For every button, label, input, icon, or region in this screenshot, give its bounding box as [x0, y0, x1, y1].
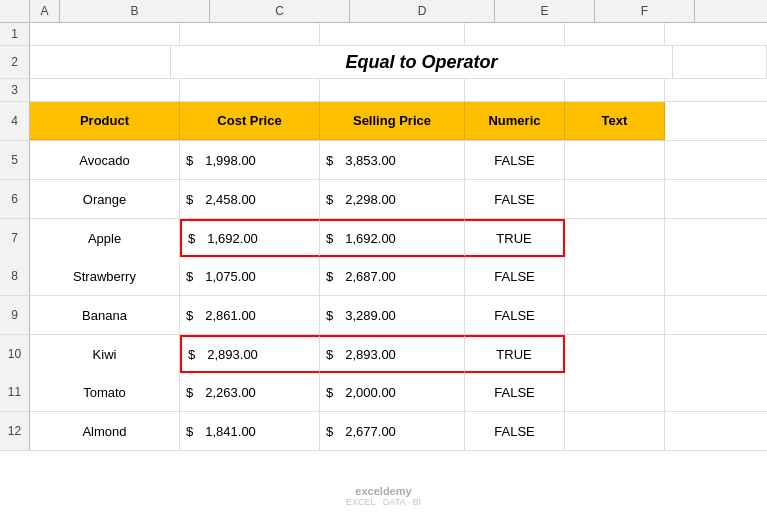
- cell-5-cost: $ 1,998.00: [180, 141, 320, 179]
- cell-7-sell: $ 1,692.00: [320, 219, 465, 257]
- watermark-sub: EXCEL · DATA · BI: [346, 497, 421, 507]
- cell-10-cost: $ 2,893.00: [180, 335, 320, 373]
- cell-10-product: Kiwi: [30, 335, 180, 373]
- watermark: exceldemy EXCEL · DATA · BI: [346, 485, 421, 507]
- cell-6-numeric: FALSE: [465, 180, 565, 218]
- cell-9-product: Banana: [30, 296, 180, 334]
- col-header-c: C: [210, 0, 350, 22]
- col-header-b: B: [60, 0, 210, 22]
- cell-5-product: Avocado: [30, 141, 180, 179]
- row-2-title: 2 Equal to Operator: [0, 46, 767, 79]
- cell-3b: [30, 79, 180, 101]
- cell-1f: [565, 23, 665, 45]
- sell-val-9: 3,289.00: [345, 308, 396, 323]
- data-rows: 5 Avocado $ 1,998.00 $ 3,853.00 FALSE 6 …: [0, 141, 767, 451]
- cost-dollar-12: $: [186, 424, 193, 439]
- cost-val-5: 1,998.00: [205, 153, 256, 168]
- cost-dollar-8: $: [186, 269, 193, 284]
- cost-val-11: 2,263.00: [205, 385, 256, 400]
- sell-val-6: 2,298.00: [345, 192, 396, 207]
- row-9: 9 Banana $ 2,861.00 $ 3,289.00 FALSE: [0, 296, 767, 335]
- cell-12-sell: $ 2,677.00: [320, 412, 465, 450]
- cell-12-numeric: FALSE: [465, 412, 565, 450]
- cell-1b: [30, 23, 180, 45]
- cost-val-6: 2,458.00: [205, 192, 256, 207]
- cost-dollar-11: $: [186, 385, 193, 400]
- cell-9-numeric: FALSE: [465, 296, 565, 334]
- cell-11-sell: $ 2,000.00: [320, 373, 465, 411]
- rownum-12: 12: [0, 412, 30, 450]
- cell-9-text: [565, 296, 665, 334]
- row-8: 8 Strawberry $ 1,075.00 $ 2,687.00 FALSE: [0, 257, 767, 296]
- row-7: 7 Apple $ 1,692.00 $ 1,692.00 TRUE: [0, 219, 767, 257]
- cell-8-numeric: FALSE: [465, 257, 565, 295]
- header-numeric: Numeric: [465, 102, 565, 140]
- col-header-f: F: [595, 0, 695, 22]
- rownum-8: 8: [0, 257, 30, 295]
- col-header-e: E: [495, 0, 595, 22]
- row-6: 6 Orange $ 2,458.00 $ 2,298.00 FALSE: [0, 180, 767, 219]
- header-product: Product: [30, 102, 180, 140]
- cell-12-text: [565, 412, 665, 450]
- rows-area: 1 2 Equal to Operator 3 4 Product: [0, 23, 767, 451]
- sell-dollar-10: $: [326, 347, 333, 362]
- cell-3c: [180, 79, 320, 101]
- cell-9-sell: $ 3,289.00: [320, 296, 465, 334]
- rownum-10: 10: [0, 335, 30, 373]
- cell-3d: [320, 79, 465, 101]
- rownum-1: 1: [0, 23, 30, 45]
- cell-10-numeric: TRUE: [465, 335, 565, 373]
- rownum-5: 5: [0, 141, 30, 179]
- header-selling-price: Selling Price: [320, 102, 465, 140]
- cell-3f: [565, 79, 665, 101]
- cell-7-cost: $ 1,692.00: [180, 219, 320, 257]
- rownum-9: 9: [0, 296, 30, 334]
- watermark-logo: exceldemy: [355, 485, 411, 497]
- cost-val-12: 1,841.00: [205, 424, 256, 439]
- cell-5-numeric: FALSE: [465, 141, 565, 179]
- cell-12-product: Almond: [30, 412, 180, 450]
- row-12: 12 Almond $ 1,841.00 $ 2,677.00 FALSE: [0, 412, 767, 451]
- cell-8-cost: $ 1,075.00: [180, 257, 320, 295]
- row-1: 1: [0, 23, 767, 46]
- cost-dollar-9: $: [186, 308, 193, 323]
- cost-dollar-10: $: [188, 347, 195, 362]
- cell-3e: [465, 79, 565, 101]
- rownum-7: 7: [0, 219, 30, 257]
- sell-dollar-11: $: [326, 385, 333, 400]
- cell-8-text: [565, 257, 665, 295]
- cost-val-10: 2,893.00: [207, 347, 258, 362]
- cost-dollar-7: $: [188, 231, 195, 246]
- rownum-3: 3: [0, 79, 30, 101]
- cost-val-7: 1,692.00: [207, 231, 258, 246]
- rownum-2: 2: [0, 46, 30, 78]
- sell-val-8: 2,687.00: [345, 269, 396, 284]
- row-4-headers: 4 Product Cost Price Selling Price Numer…: [0, 102, 767, 141]
- sell-dollar-8: $: [326, 269, 333, 284]
- row-10: 10 Kiwi $ 2,893.00 $ 2,893.00 TRUE: [0, 335, 767, 373]
- cell-11-text: [565, 373, 665, 411]
- cell-12-cost: $ 1,841.00: [180, 412, 320, 450]
- header-text: Text: [565, 102, 665, 140]
- cost-val-9: 2,861.00: [205, 308, 256, 323]
- col-header-a: A: [30, 0, 60, 22]
- cell-2f: [673, 46, 767, 78]
- rownum-4: 4: [0, 102, 30, 140]
- row-11: 11 Tomato $ 2,263.00 $ 2,000.00 FALSE: [0, 373, 767, 412]
- sell-dollar-5: $: [326, 153, 333, 168]
- spreadsheet: A B C D E F 1 2 Equal to Operator 3: [0, 0, 767, 513]
- cell-5-text: [565, 141, 665, 179]
- sell-val-5: 3,853.00: [345, 153, 396, 168]
- row-3: 3: [0, 79, 767, 102]
- sell-val-11: 2,000.00: [345, 385, 396, 400]
- cell-11-product: Tomato: [30, 373, 180, 411]
- cell-10-sell: $ 2,893.00: [320, 335, 465, 373]
- column-headers: A B C D E F: [0, 0, 767, 23]
- cost-dollar-6: $: [186, 192, 193, 207]
- cost-val-8: 1,075.00: [205, 269, 256, 284]
- cell-10-text: [565, 335, 665, 373]
- cell-5-sell: $ 3,853.00: [320, 141, 465, 179]
- cell-8-sell: $ 2,687.00: [320, 257, 465, 295]
- sell-val-7: 1,692.00: [345, 231, 396, 246]
- cell-6-sell: $ 2,298.00: [320, 180, 465, 218]
